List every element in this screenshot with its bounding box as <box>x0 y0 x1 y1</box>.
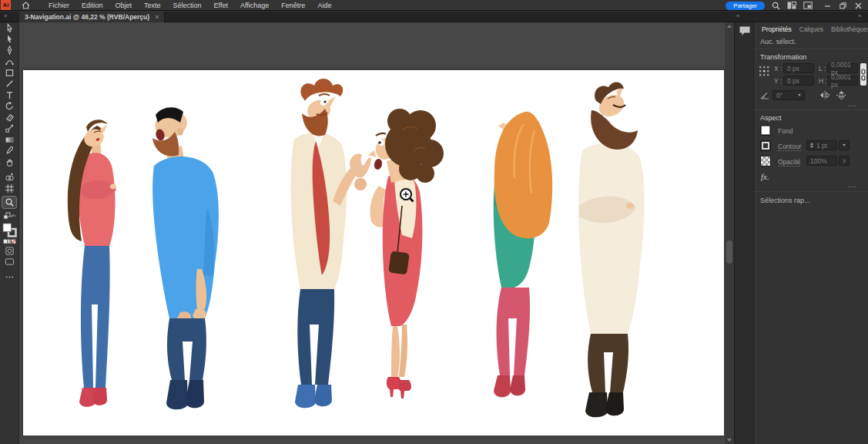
artboard[interactable] <box>23 70 724 436</box>
menu-texte[interactable]: Texte <box>138 0 167 11</box>
effects-fx-button[interactable]: fx. <box>761 172 769 181</box>
stroke-weight-dropdown[interactable] <box>839 140 850 150</box>
y-field-label: Y : <box>774 77 782 85</box>
divider <box>754 191 868 192</box>
scale-tool[interactable] <box>0 123 19 135</box>
flip-horizontal-icon[interactable] <box>819 90 831 100</box>
line-segment-tool[interactable] <box>0 79 19 90</box>
illustrator-window: Ai Fichier Edition Objet Texte Sélection… <box>0 0 868 444</box>
x-value: 0 px <box>787 65 799 72</box>
opacity-input[interactable]: 100% <box>806 156 837 166</box>
stroke-weight-stepper[interactable]: 1 pt <box>806 140 837 150</box>
chevron-down-icon <box>843 144 846 146</box>
hand-tool[interactable] <box>0 156 19 168</box>
arrange-documents-icon[interactable] <box>803 2 813 9</box>
menu-affichage[interactable]: Affichage <box>234 0 275 11</box>
eraser-tool[interactable] <box>0 112 19 123</box>
direct-selection-tool[interactable] <box>0 34 19 45</box>
panel-collapse-right-icon[interactable]: » <box>858 12 861 19</box>
rectangle-tool[interactable] <box>0 67 19 79</box>
scroll-up-arrow-icon[interactable] <box>727 25 732 28</box>
pen-tool[interactable] <box>0 45 19 56</box>
type-tool[interactable] <box>0 89 19 101</box>
gradient-tool[interactable] <box>0 134 19 146</box>
transformation-more-options[interactable]: ... <box>848 99 856 108</box>
default-and-swap-fill-stroke-icons[interactable] <box>0 210 19 222</box>
menu-list: Fichier Edition Objet Texte Sélection Ef… <box>42 0 337 11</box>
person-bald-man-blue-tee <box>152 107 219 409</box>
scroll-down-arrow-icon[interactable] <box>727 439 732 442</box>
stroke-color-swatch[interactable] <box>760 140 771 151</box>
zoom-tool-selected[interactable] <box>2 196 17 209</box>
artboard-tool[interactable] <box>0 183 19 194</box>
menu-aide[interactable]: Aide <box>311 0 337 11</box>
canvas-pasteboard[interactable] <box>19 22 725 444</box>
panel-tabs: Propriétés Calques Bibliothèques <box>754 22 868 38</box>
vertical-scrollbar[interactable] <box>725 22 734 444</box>
curvature-tool[interactable] <box>0 56 19 68</box>
tab-calques[interactable]: Calques <box>799 25 823 33</box>
rotate-tool[interactable] <box>0 101 19 113</box>
menu-edition[interactable]: Edition <box>75 0 109 11</box>
stroke-weight-value: 1 pt <box>816 142 827 150</box>
toolbar-collapse-icon[interactable]: « <box>4 12 8 19</box>
stepper-arrows-icon[interactable] <box>810 143 813 149</box>
color-type-bar[interactable] <box>0 238 19 245</box>
flip-vertical-icon[interactable] <box>836 90 847 100</box>
chevron-down-icon <box>798 94 801 96</box>
comments-icon[interactable] <box>739 25 751 36</box>
rotate-angle-select[interactable]: 0° <box>772 90 805 100</box>
properties-panel: Propriétés Calques Bibliothèques Auc. sé… <box>753 22 868 444</box>
restore-button[interactable] <box>840 2 846 9</box>
shape-builder-tool[interactable] <box>0 172 19 183</box>
screen-mode-icon[interactable] <box>0 257 19 268</box>
share-button[interactable]: Partager <box>726 2 765 10</box>
menu-objet[interactable]: Objet <box>109 0 139 11</box>
width-field-label: L : <box>819 65 826 72</box>
home-icon[interactable] <box>22 2 30 9</box>
fill-and-stroke-swatches[interactable] <box>0 221 19 238</box>
rotate-angle-icon <box>760 92 769 99</box>
menu-effet[interactable]: Effet <box>208 0 234 11</box>
x-input[interactable]: 0 px <box>783 63 814 73</box>
selection-tool[interactable] <box>0 22 19 34</box>
no-selection-status: Auc. sélect. <box>760 38 796 45</box>
reference-point-locator[interactable] <box>759 65 769 78</box>
opacity-value: 100% <box>810 157 827 165</box>
panel-collapse-left-icon[interactable]: « <box>736 12 739 19</box>
minimize-button[interactable] <box>824 2 831 9</box>
opacity-label[interactable]: Opacité <box>778 158 800 166</box>
eyedropper-tool[interactable] <box>0 146 19 157</box>
tab-bibliotheques[interactable]: Bibliothèques <box>831 25 868 33</box>
constrain-proportions-icon[interactable] <box>860 63 866 86</box>
aspect-more-options[interactable]: ... <box>848 180 856 189</box>
menu-fenetre[interactable]: Fenêtre <box>275 0 311 11</box>
illustrator-app-icon[interactable]: Ai <box>1 0 11 10</box>
y-input[interactable]: 0 px <box>783 76 814 86</box>
workspace-switcher-icon[interactable] <box>787 2 796 9</box>
opacity-expand-button[interactable] <box>839 156 850 166</box>
document-tab[interactable]: 3-Navigation.ai @ 46,22 % (RVB/Aperçu) × <box>19 12 165 22</box>
tools-panel <box>0 22 19 444</box>
person-bearded-man-cream-shirt <box>578 82 645 417</box>
navigation-illustration <box>23 70 724 436</box>
width-input[interactable]: 0,0001 px <box>827 63 858 73</box>
drawing-modes-icon[interactable] <box>0 245 19 257</box>
vertical-scrollbar-thumb[interactable] <box>726 240 732 264</box>
height-field-label: H : <box>819 77 827 85</box>
close-window-button[interactable] <box>855 2 862 9</box>
menu-selection[interactable]: Sélection <box>167 0 208 11</box>
x-field-label: X : <box>774 65 782 72</box>
stroke-label[interactable]: Contour <box>778 143 801 151</box>
document-tab-close-icon[interactable]: × <box>155 13 159 21</box>
height-input[interactable]: 0,0001 px <box>827 76 858 86</box>
fill-color-swatch[interactable] <box>760 125 771 136</box>
menu-fichier[interactable]: Fichier <box>42 0 75 11</box>
menu-bar: Ai Fichier Edition Objet Texte Sélection… <box>0 0 868 11</box>
opacity-swatch[interactable] <box>760 156 771 166</box>
search-icon[interactable] <box>772 2 780 10</box>
edit-toolbar-more-icon[interactable] <box>0 271 19 283</box>
document-tab-bar: « 3-Navigation.ai @ 46,22 % (RVB/Aperçu)… <box>0 12 868 22</box>
tab-proprietes[interactable]: Propriétés <box>762 25 792 33</box>
rotate-angle-value: 0° <box>776 92 783 99</box>
